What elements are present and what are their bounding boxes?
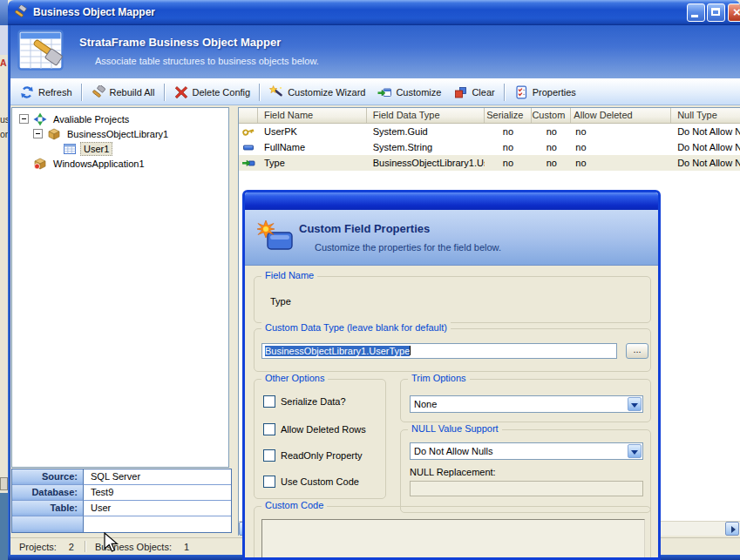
business-objects-count: 1	[184, 542, 189, 552]
cell-serialize: no	[485, 126, 533, 137]
checkbox-label: Allow Deleted Rows	[281, 424, 366, 435]
rebuild-all-button[interactable]: Rebuild All	[85, 84, 161, 101]
checkbox[interactable]	[263, 423, 275, 435]
background-text-fragment: us	[0, 114, 8, 125]
background-text-fragment: A	[0, 57, 8, 68]
grid-header-serialize[interactable]: Serialize	[485, 108, 533, 123]
table-row[interactable]: FullName System.String no no no Do Not A…	[239, 139, 740, 155]
minimize-button[interactable]	[687, 3, 705, 22]
custom-code-textarea[interactable]	[261, 519, 645, 560]
background-text-fragment: onl	[0, 129, 8, 139]
collapse-expander-icon[interactable]	[19, 114, 29, 124]
header-banner: StrataFrame Business Object Mapper Assoc…	[10, 25, 740, 78]
grid-header-field-data-type[interactable]: Field Data Type	[367, 108, 485, 123]
custom-field-properties-dialog: Custom Field Properties Customize the pr…	[242, 190, 661, 560]
empty-value-cell	[84, 516, 231, 532]
projects-icon	[33, 112, 47, 126]
null-value-dropdown[interactable]: Do Not Allow Nulls	[410, 442, 643, 460]
other-options-group: Other Options Serialize Data? Allow Dele…	[254, 379, 386, 499]
grid-header-null-type[interactable]: Null Type	[671, 108, 740, 123]
custom-data-type-group-label: Custom Data Type (leave blank for defaul…	[261, 322, 451, 333]
customize-wizard-button[interactable]: Customize Wizard	[263, 84, 371, 101]
database-label: Database:	[12, 485, 84, 501]
refresh-button[interactable]: Refresh	[14, 84, 78, 101]
empty-label-cell	[12, 516, 84, 532]
chevron-down-icon	[631, 403, 638, 408]
cell-custom: no	[532, 126, 571, 137]
table-row[interactable]: UserPK System.Guid no no no Do Not Allow…	[239, 124, 740, 139]
trim-options-dropdown[interactable]: None	[410, 395, 643, 413]
tree-item-label: Avaliable Projects	[51, 113, 132, 125]
dialog-title: Custom Field Properties	[299, 222, 430, 235]
cell-data-type: BusinessObjectLibrary1.Us...	[367, 158, 485, 168]
table-value: User	[84, 501, 231, 516]
checkbox[interactable]	[263, 395, 275, 408]
grid-header-field-name[interactable]: Field Name	[258, 108, 367, 123]
window-titlebar[interactable]: Business Object Mapper ×	[8, 0, 740, 25]
grid-header-allow-deleted[interactable]: Allow Deleted	[571, 108, 671, 123]
tree-item-available-projects[interactable]: Avaliable Projects	[19, 111, 132, 126]
use-custom-code-checkbox-row[interactable]: Use Custom Code	[263, 476, 359, 488]
key-icon	[241, 125, 255, 138]
field-name-group-label: Field Name	[261, 270, 317, 280]
background-window-sliver	[0, 25, 8, 56]
tree-item-label: BusinessObjectLibrary1	[64, 128, 171, 140]
tree-item-businessobjectlibrary1[interactable]: BusinessObjectLibrary1	[33, 126, 171, 141]
properties-button[interactable]: Properties	[508, 84, 582, 101]
allow-deleted-rows-checkbox-row[interactable]: Allow Deleted Rows	[263, 423, 366, 435]
custom-data-type-input[interactable]: BusinessObjectLibrary1.UserType	[261, 343, 617, 359]
clear-squares-icon	[453, 85, 467, 99]
collapse-expander-icon[interactable]	[33, 129, 43, 138]
toolbar-separator	[81, 84, 83, 101]
database-value: Test9	[84, 485, 231, 501]
selected-text: BusinessObjectLibrary1.UserType	[265, 346, 410, 356]
close-button[interactable]: ×	[728, 3, 740, 22]
refresh-icon	[20, 85, 34, 99]
null-replacement-input[interactable]	[410, 481, 643, 496]
cell-null-type: Do Not Allow Nulls	[671, 158, 740, 168]
toolbar-button-label: Refresh	[38, 87, 72, 98]
background-window-titlebar-sliver	[0, 0, 8, 25]
checkbox-label: Use Custom Code	[281, 476, 359, 487]
close-icon: ×	[729, 4, 740, 21]
toolbar-separator	[164, 84, 166, 101]
cell-null-type: Do Not Allow Nulls	[671, 126, 740, 137]
checkbox[interactable]	[263, 476, 275, 488]
grid-header-custom[interactable]: Custom	[532, 108, 571, 123]
maximize-button[interactable]	[707, 3, 725, 22]
toolbar-separator	[504, 84, 506, 101]
dialog-header: Custom Field Properties Customize the pr…	[245, 210, 658, 266]
custom-field-icon	[241, 156, 255, 170]
chevron-down-icon	[631, 450, 638, 455]
cell-null-type: Do Not Allow Nulls	[671, 142, 740, 152]
customize-button[interactable]: Customize	[371, 84, 447, 101]
tree-item-user1[interactable]: User1	[63, 141, 112, 156]
cell-allow-deleted: no	[571, 142, 671, 152]
delete-config-button[interactable]: Delete Config	[168, 84, 257, 101]
projects-tree: Avaliable Projects BusinessObjectLibrary…	[11, 107, 229, 468]
browse-button[interactable]: ...	[626, 343, 648, 359]
background-icon-fragment	[0, 477, 8, 490]
null-value-support-group: NULL Value Support Do Not Allow Nulls NU…	[400, 429, 651, 513]
tree-item-label: User1	[80, 142, 112, 156]
toolbar-button-label: Customize Wizard	[288, 87, 365, 98]
green-arrow-window-icon	[377, 85, 391, 99]
grid-header-icon-column	[239, 108, 258, 123]
window-title: Business Object Mapper	[33, 6, 155, 18]
checkbox[interactable]	[263, 449, 275, 462]
readonly-property-checkbox-row[interactable]: ReadOnly Property	[263, 449, 363, 462]
toolbar-button-label: Rebuild All	[110, 87, 155, 98]
dropdown-button[interactable]	[628, 444, 642, 458]
scroll-right-button[interactable]	[725, 522, 739, 536]
grid-header-row[interactable]: Field Name Field Data Type Serialize Cus…	[239, 108, 740, 124]
clear-button[interactable]: Clear	[447, 84, 500, 101]
table-row-selected[interactable]: Type BusinessObjectLibrary1.Us... no no …	[239, 155, 740, 171]
dropdown-button[interactable]	[628, 397, 642, 411]
dialog-titlebar[interactable]	[245, 192, 658, 210]
serialize-data-checkbox-row[interactable]: Serialize Data?	[263, 395, 346, 408]
text-caret	[410, 346, 411, 355]
maximize-icon	[711, 8, 720, 16]
screen: A us onl Business Object Mapper × Stra	[0, 0, 740, 560]
tree-item-windowsapplication1[interactable]: WindowsApplication1	[33, 156, 147, 171]
magic-wand-icon	[269, 85, 283, 99]
